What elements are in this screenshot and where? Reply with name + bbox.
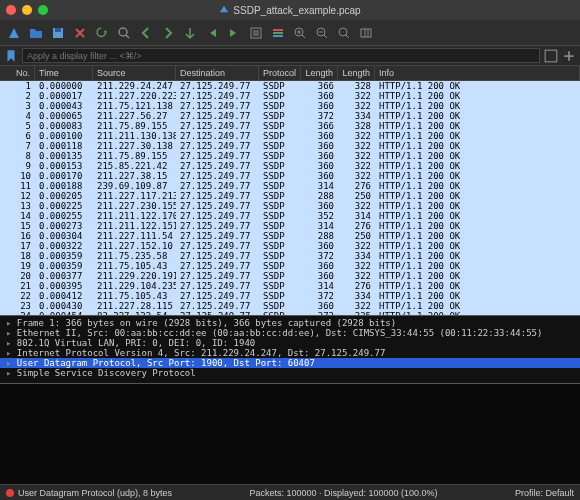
go-back-button[interactable] bbox=[136, 23, 156, 43]
go-forward-button[interactable] bbox=[158, 23, 178, 43]
detail-tree-row[interactable]: 802.1Q Virtual LAN, PRI: 0, DEI: 0, ID: … bbox=[0, 338, 580, 348]
app-window: SSDP_attack_example.pcap No. Time Source bbox=[0, 0, 580, 500]
find-packet-button[interactable] bbox=[114, 23, 134, 43]
filter-add-button[interactable] bbox=[562, 49, 576, 63]
svg-point-12 bbox=[339, 28, 347, 36]
first-packet-button[interactable] bbox=[202, 23, 222, 43]
packet-row[interactable]: 60.000100211.211.130.13827.125.249.77SSD… bbox=[0, 131, 580, 141]
packet-list-header[interactable]: No. Time Source Destination Protocol Len… bbox=[0, 66, 580, 81]
packet-row[interactable]: 150.000273211.211.122.15127.125.249.77SS… bbox=[0, 221, 580, 231]
packet-row[interactable]: 190.000359211.75.105.4327.125.249.77SSDP… bbox=[0, 261, 580, 271]
colorize-button[interactable] bbox=[268, 23, 288, 43]
packet-row[interactable]: 110.000188239.69.109.8727.125.249.77SSDP… bbox=[0, 181, 580, 191]
packet-row[interactable]: 130.000225211.227.230.15527.125.249.77SS… bbox=[0, 201, 580, 211]
svg-rect-6 bbox=[273, 32, 283, 34]
packet-row[interactable]: 70.000118211.227.30.13827.125.249.77SSDP… bbox=[0, 141, 580, 151]
bookmark-icon[interactable] bbox=[4, 49, 18, 63]
autoscroll-button[interactable] bbox=[246, 23, 266, 43]
packet-row[interactable]: 180.000359211.75.235.5827.125.249.77SSDP… bbox=[0, 251, 580, 261]
svg-rect-5 bbox=[273, 29, 283, 31]
zoom-in-button[interactable] bbox=[290, 23, 310, 43]
start-capture-button[interactable] bbox=[4, 23, 24, 43]
close-file-button[interactable] bbox=[70, 23, 90, 43]
svg-point-2 bbox=[119, 28, 127, 36]
detail-tree-row[interactable]: Frame 1: 366 bytes on wire (2928 bits), … bbox=[0, 318, 580, 328]
packet-row[interactable]: 50.000083211.75.89.15527.125.249.77SSDP3… bbox=[0, 121, 580, 131]
svg-line-13 bbox=[346, 35, 349, 38]
resize-columns-button[interactable] bbox=[356, 23, 376, 43]
packet-row[interactable]: 170.000322211.227.152.1027.125.249.77SSD… bbox=[0, 241, 580, 251]
filter-toolbar bbox=[0, 46, 580, 66]
packet-row[interactable]: 240.00045483.227.122.5427.125.249.77SSDP… bbox=[0, 311, 580, 315]
packet-row[interactable]: 20.000017211.227.220.22327.125.249.77SSD… bbox=[0, 91, 580, 101]
packet-row[interactable]: 160.000304211.227.111.5427.125.249.77SSD… bbox=[0, 231, 580, 241]
expert-info-icon[interactable] bbox=[6, 489, 14, 497]
packet-row[interactable]: 200.000377211.229.220.19127.125.249.77SS… bbox=[0, 271, 580, 281]
window-title: SSDP_attack_example.pcap bbox=[0, 4, 580, 16]
detail-tree-row[interactable]: User Datagram Protocol, Src Port: 1900, … bbox=[0, 358, 580, 368]
svg-rect-14 bbox=[361, 29, 371, 37]
packet-row[interactable]: 100.000170211.227.38.1527.125.249.77SSDP… bbox=[0, 171, 580, 181]
packet-details-pane[interactable]: Frame 1: 366 bytes on wire (2928 bits), … bbox=[0, 316, 580, 384]
status-bar: User Datagram Protocol (udp), 8 bytes Pa… bbox=[0, 484, 580, 500]
packet-list-pane: No. Time Source Destination Protocol Len… bbox=[0, 66, 580, 316]
display-filter-input[interactable] bbox=[22, 48, 540, 63]
svg-rect-17 bbox=[545, 50, 557, 62]
reload-button[interactable] bbox=[92, 23, 112, 43]
svg-line-3 bbox=[126, 35, 129, 38]
packet-row[interactable]: 30.000043211.75.121.13827.125.249.77SSDP… bbox=[0, 101, 580, 111]
main-toolbar bbox=[0, 20, 580, 46]
svg-line-9 bbox=[302, 35, 305, 38]
last-packet-button[interactable] bbox=[224, 23, 244, 43]
packet-bytes-pane[interactable] bbox=[0, 384, 580, 484]
packet-row[interactable]: 140.000255211.211.122.17027.125.249.77SS… bbox=[0, 211, 580, 221]
packet-row[interactable]: 10.000000211.229.24.24727.125.249.77SSDP… bbox=[0, 81, 580, 91]
detail-tree-row[interactable]: Ethernet II, Src: 00:aa:bb:cc:dd:ee (00:… bbox=[0, 328, 580, 338]
shark-fin-icon bbox=[219, 4, 229, 16]
packet-list-body[interactable]: 10.000000211.229.24.24727.125.249.77SSDP… bbox=[0, 81, 580, 315]
packet-row[interactable]: 40.000065211.227.56.2727.125.249.77SSDP3… bbox=[0, 111, 580, 121]
zoom-reset-button[interactable] bbox=[334, 23, 354, 43]
save-file-button[interactable] bbox=[48, 23, 68, 43]
filter-expression-button[interactable] bbox=[544, 49, 558, 63]
svg-rect-7 bbox=[273, 35, 283, 37]
packet-row[interactable]: 230.000430211.227.28.11527.125.249.77SSD… bbox=[0, 301, 580, 311]
packet-row[interactable]: 80.000135211.75.89.15527.125.249.77SSDP3… bbox=[0, 151, 580, 161]
zoom-out-button[interactable] bbox=[312, 23, 332, 43]
detail-tree-row[interactable]: Internet Protocol Version 4, Src: 211.22… bbox=[0, 348, 580, 358]
status-profile[interactable]: Profile: Default bbox=[515, 488, 574, 498]
packet-row[interactable]: 220.000412211.75.105.4327.125.249.77SSDP… bbox=[0, 291, 580, 301]
packet-row[interactable]: 210.000395211.229.104.23527.125.249.77SS… bbox=[0, 281, 580, 291]
svg-line-11 bbox=[324, 35, 327, 38]
open-file-button[interactable] bbox=[26, 23, 46, 43]
status-packet-counts: Packets: 100000 · Displayed: 100000 (100… bbox=[249, 488, 437, 498]
packet-row[interactable]: 90.000153215.85.221.4227.125.249.77SSDP3… bbox=[0, 161, 580, 171]
svg-rect-1 bbox=[55, 28, 61, 32]
packet-row[interactable]: 120.000205211.227.117.21327.125.249.77SS… bbox=[0, 191, 580, 201]
status-left-text: User Datagram Protocol (udp), 8 bytes bbox=[18, 488, 172, 498]
go-to-packet-button[interactable] bbox=[180, 23, 200, 43]
detail-tree-row[interactable]: Simple Service Discovery Protocol bbox=[0, 368, 580, 378]
titlebar: SSDP_attack_example.pcap bbox=[0, 0, 580, 20]
